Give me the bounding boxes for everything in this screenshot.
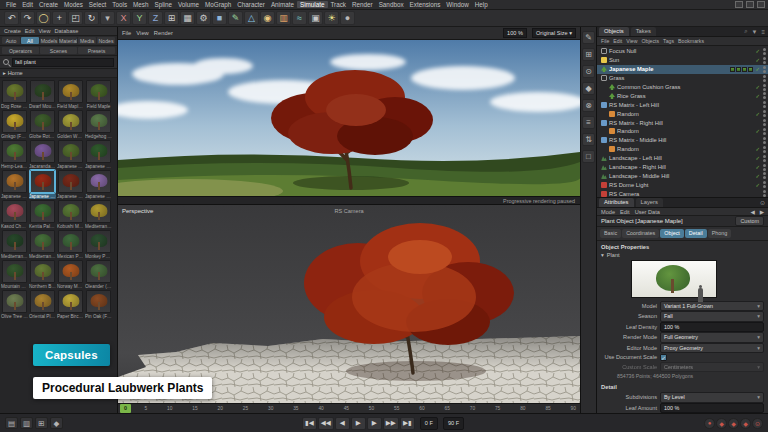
timeline-ruler[interactable]: 051015202530354045505560657075808590 <box>118 403 580 413</box>
layout-icon[interactable] <box>735 1 743 8</box>
object-row[interactable]: Random ✓ <box>597 109 768 118</box>
menu-item[interactable]: Help <box>472 1 491 8</box>
prev-frame-button[interactable]: ◀ <box>335 417 350 430</box>
visibility-dots[interactable] <box>763 110 766 117</box>
object-row[interactable]: Focus Null ✓ <box>597 47 768 56</box>
visibility-dots[interactable] <box>763 128 766 135</box>
visibility-dots[interactable] <box>763 137 766 144</box>
asset-item[interactable]: Oleander (Fall Plant) <box>85 260 112 289</box>
panel-tab-attributes[interactable]: Attributes <box>599 198 634 207</box>
object-row[interactable]: RS Matrix - Right Hill ✓ <box>597 118 768 127</box>
objects-menu-item[interactable]: Bookmarks <box>678 38 704 44</box>
asset-filter-button[interactable]: Media <box>78 37 96 44</box>
menu-item[interactable]: Animate <box>268 1 297 8</box>
chevron-down-icon[interactable]: ▾ <box>601 252 604 258</box>
use-document-scale-checkbox[interactable]: ✓ <box>660 354 667 361</box>
material-swatches[interactable] <box>730 67 753 72</box>
asset-item[interactable]: Kentia Palm (Fall Plant) <box>29 200 56 229</box>
asset-item[interactable]: Norway Maple (Fall Plant) <box>57 260 84 289</box>
menu-item[interactable]: Track <box>328 1 350 8</box>
menu-item[interactable]: Render <box>349 1 376 8</box>
scale-icon[interactable]: ◰ <box>68 11 83 25</box>
visibility-dots[interactable] <box>763 66 766 73</box>
asset-item[interactable]: Japanese Camellia (Fall Plant) <box>85 140 112 169</box>
filter-icon[interactable]: ▼ <box>751 29 759 35</box>
menu-item[interactable]: Window <box>443 1 471 8</box>
asset-item[interactable]: Japanese Wisteria (Fall Plant) <box>85 170 112 199</box>
asset-menu-item[interactable]: View <box>38 28 50 34</box>
asset-item[interactable]: Paper Birch (Fall Plant) <box>57 290 84 319</box>
visibility-dots[interactable] <box>763 92 766 99</box>
spline-pen-icon[interactable]: ✎ <box>228 11 243 25</box>
objects-menu-item[interactable]: Objects <box>641 38 659 44</box>
objects-menu-item[interactable]: View <box>626 38 637 44</box>
render-settings-icon[interactable]: ⚙ <box>196 11 211 25</box>
search-icon[interactable]: ⌕ <box>743 28 748 35</box>
render-view-menu-item[interactable]: Render <box>154 30 173 36</box>
menu-item[interactable]: Sandbox <box>376 1 407 8</box>
visibility-dots[interactable] <box>763 190 766 197</box>
asset-item[interactable]: Mediterranean Cypress (Fall Plant) <box>1 230 28 259</box>
menu-item[interactable]: Spline <box>151 1 175 8</box>
asset-item[interactable]: Field Maple (Fall Plant) <box>57 80 84 109</box>
menu-item[interactable]: Volume <box>175 1 202 8</box>
menu-item[interactable]: File <box>3 1 19 8</box>
editor-mode-dropdown[interactable]: Proxy Geometry▾ <box>660 343 764 354</box>
volume-icon[interactable]: ▥ <box>276 11 291 25</box>
asset-item[interactable]: Jacaranda (Fall Plant) <box>29 140 56 169</box>
axis-lock-icon[interactable]: ≡ <box>582 116 595 129</box>
leaf-amount-field[interactable]: 100 % <box>660 403 764 413</box>
enabled-check-icon[interactable]: ✓ <box>755 48 760 54</box>
goto-start-button[interactable]: ▮◀ <box>302 417 317 430</box>
model-mode-icon[interactable]: ✎ <box>582 31 595 44</box>
asset-item[interactable]: Monkey Puzzle (Fall Plant) <box>85 230 112 259</box>
asset-filter-button[interactable]: Nodes <box>97 37 115 44</box>
asset-item[interactable]: Mexican Palmetto (Fall Plant) <box>57 230 84 259</box>
visibility-dots[interactable] <box>763 57 766 64</box>
viewport-divider[interactable]: Progressive rendering paused <box>118 196 580 205</box>
material-icon[interactable]: ● <box>340 11 355 25</box>
layer-icon[interactable]: ▥ <box>20 417 33 429</box>
object-row[interactable]: RS Dome Light ✓ <box>597 180 768 189</box>
custom-button[interactable]: Custom <box>735 216 764 226</box>
bookmark-icon[interactable]: ▤ <box>5 417 18 429</box>
objects-menu-item[interactable]: Edit <box>613 38 622 44</box>
season-dropdown[interactable]: Fall▾ <box>660 311 764 322</box>
section-detail[interactable]: Detail <box>597 381 768 392</box>
key-icon[interactable]: ◆ <box>50 417 63 429</box>
enabled-check-icon[interactable]: ✓ <box>755 173 760 179</box>
magnet-icon[interactable]: ⇅ <box>582 133 595 146</box>
menu-item[interactable]: MoGraph <box>202 1 234 8</box>
asset-filter-button[interactable]: Materials <box>59 37 77 44</box>
asset-item[interactable]: Japanese Maple (Fall Plant) <box>57 170 84 199</box>
menu-item[interactable]: Extensions <box>407 1 444 8</box>
coordinate-system-icon[interactable]: ⊞ <box>164 11 179 25</box>
enabled-check-icon[interactable]: ✓ <box>755 155 760 161</box>
asset-item[interactable]: Ginkgo (Fall Plant) <box>1 110 28 139</box>
cube-primitive-icon[interactable]: ■ <box>212 11 227 25</box>
visibility-dots[interactable] <box>763 75 766 82</box>
asset-filter-button[interactable]: Presets <box>78 47 115 54</box>
visibility-dots[interactable] <box>763 101 766 108</box>
autokey-icon[interactable]: ⊙ <box>752 418 763 429</box>
panel-tab-layers[interactable]: Layers <box>636 198 663 207</box>
lock-icon[interactable]: ⊙ <box>759 199 766 206</box>
axis-y-icon[interactable]: Y <box>132 11 147 25</box>
leaf-density-field[interactable]: 100 % <box>660 322 764 333</box>
visibility-dots[interactable] <box>763 119 766 126</box>
enabled-check-icon[interactable]: ✓ <box>755 164 760 170</box>
asset-item[interactable]: Hedgehog Agave (Fall Plant) <box>85 110 112 139</box>
axis-z-icon[interactable]: Z <box>148 11 163 25</box>
model-dropdown[interactable]: Variant 1 Full-Grown▾ <box>660 301 764 312</box>
texture-mode-icon[interactable]: ⊞ <box>582 48 595 61</box>
menu-icon[interactable]: ≡ <box>760 29 766 35</box>
asset-menu-item[interactable]: Edit <box>25 28 35 34</box>
menu-item[interactable]: Modes <box>61 1 86 8</box>
asset-item[interactable]: Oriental Plane (Fall Plant) <box>29 290 56 319</box>
enabled-check-icon[interactable]: ✓ <box>755 146 760 152</box>
panel-tab[interactable]: Objects <box>599 27 629 36</box>
object-row[interactable]: Random ✓ <box>597 127 768 136</box>
asset-item[interactable]: Olive Tree (Fall Plant) <box>1 290 28 319</box>
workplane-icon[interactable]: ⊙ <box>582 65 595 78</box>
object-row[interactable]: Rice Grass ✓ <box>597 91 768 100</box>
